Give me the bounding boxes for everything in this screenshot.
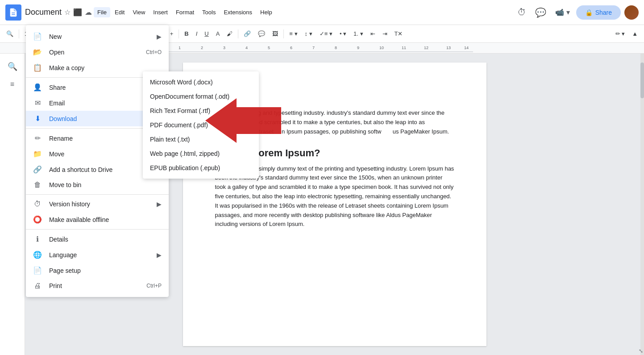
print-icon: 🖨 bbox=[33, 282, 42, 290]
share-button[interactable]: 🔒 Share bbox=[576, 5, 621, 20]
divider-4 bbox=[26, 229, 169, 230]
svg-text:8: 8 bbox=[335, 46, 337, 50]
shortcut-icon: 🔗 bbox=[33, 165, 42, 174]
top-bar: Document ☆ ⬛ ☁ File Edit View Insert For… bbox=[0, 0, 644, 25]
nav-file[interactable]: File bbox=[94, 7, 110, 17]
lock-icon: 🔒 bbox=[585, 9, 593, 16]
rename-icon: ✏ bbox=[33, 134, 42, 142]
bin-icon: 🗑 bbox=[33, 181, 42, 189]
pen-mode-button[interactable]: ✏ ▾ bbox=[613, 29, 628, 39]
comment-button[interactable]: 💬 bbox=[255, 29, 268, 39]
menu-item-offline[interactable]: ⭕ Make available offline bbox=[26, 212, 169, 227]
resize-handle[interactable]: ⤡ bbox=[638, 347, 644, 355]
new-icon: 📄 bbox=[33, 32, 42, 41]
collapse-toolbar-button[interactable]: ▲ bbox=[629, 29, 640, 39]
svg-text:14: 14 bbox=[464, 46, 469, 50]
submenu-item-txt[interactable]: Plain text (.txt) bbox=[143, 132, 259, 146]
numbered-list-button[interactable]: 1. ▾ bbox=[351, 29, 366, 39]
bold-button[interactable]: B bbox=[182, 29, 191, 39]
sidebar-outline-icon[interactable]: ≡ bbox=[8, 78, 17, 91]
offline-icon: ⭕ bbox=[33, 215, 42, 224]
italic-button[interactable]: I bbox=[193, 29, 200, 39]
sep5 bbox=[179, 29, 179, 38]
nav-extensions[interactable]: Extensions bbox=[220, 7, 256, 17]
submenu-item-odt[interactable]: OpenDocument format (.odt) bbox=[143, 89, 259, 104]
sidebar-search-icon[interactable]: 🔍 bbox=[5, 59, 20, 74]
spell-check-icon[interactable]: 🔍 bbox=[4, 29, 16, 39]
doc-title[interactable]: Document bbox=[25, 8, 62, 17]
svg-text:5: 5 bbox=[268, 46, 270, 50]
submenu-item-rtf[interactable]: Rich Text Format (.rtf) bbox=[143, 104, 259, 118]
sep1 bbox=[19, 29, 19, 38]
svg-text:13: 13 bbox=[446, 46, 451, 50]
align-button[interactable]: ≡ ▾ bbox=[287, 29, 300, 39]
svg-text:7: 7 bbox=[312, 46, 315, 50]
share-icon: 👤 bbox=[33, 83, 42, 92]
nav-view[interactable]: View bbox=[129, 7, 149, 17]
nav-help[interactable]: Help bbox=[257, 7, 276, 17]
checklist-button[interactable]: ✓≡ ▾ bbox=[317, 29, 335, 39]
image-button[interactable]: 🖼 bbox=[270, 29, 281, 39]
download-submenu: Microsoft Word (.docx) OpenDocument form… bbox=[143, 71, 259, 179]
left-sidebar: 🔍 ≡ bbox=[0, 54, 25, 355]
svg-text:3: 3 bbox=[223, 46, 225, 50]
svg-text:12: 12 bbox=[424, 46, 428, 50]
doc-icon bbox=[5, 4, 21, 21]
nav-format[interactable]: Format bbox=[172, 7, 198, 17]
cloud-icon[interactable]: ☁ bbox=[85, 8, 92, 17]
details-icon: ℹ bbox=[33, 235, 42, 243]
menu-item-new[interactable]: 📄 New ▶ bbox=[26, 29, 169, 44]
menu-item-details[interactable]: ℹ Details bbox=[26, 231, 169, 247]
underline-button[interactable]: U bbox=[202, 29, 211, 39]
submenu-item-pdf[interactable]: PDF document (.pdf) bbox=[143, 118, 259, 132]
submenu-item-html[interactable]: Web page (.html, zipped) bbox=[143, 146, 259, 161]
ruler-svg: └ 1 2 3 4 5 6 7 8 9 10 11 12 13 14 bbox=[161, 44, 473, 53]
doc-title-area: Document ☆ ⬛ ☁ bbox=[25, 8, 92, 17]
nav-menu: File Edit View Insert Format Tools Exten… bbox=[94, 7, 276, 17]
arrow-icon-version: ▶ bbox=[157, 200, 162, 208]
svg-text:1: 1 bbox=[179, 46, 181, 50]
page-setup-icon: 📄 bbox=[33, 266, 42, 275]
move-icon: 📁 bbox=[33, 150, 42, 158]
divider-3 bbox=[26, 194, 169, 195]
svg-text:10: 10 bbox=[379, 46, 384, 50]
line-spacing-button[interactable]: ↕ ▾ bbox=[302, 29, 315, 39]
indent-increase-button[interactable]: ⇥ bbox=[380, 29, 390, 39]
top-bar-right: ⏱ 💬 📹 ▾ 🔒 Share bbox=[515, 4, 639, 21]
menu-item-language[interactable]: 🌐 Language ▶ bbox=[26, 247, 169, 263]
history-icon[interactable]: ⏱ bbox=[515, 4, 529, 20]
font-color-button[interactable]: A bbox=[213, 29, 223, 39]
svg-text:4: 4 bbox=[245, 46, 248, 50]
copy-icon: 📋 bbox=[33, 63, 42, 72]
nav-tools[interactable]: Tools bbox=[199, 7, 219, 17]
download-icon: ⬇ bbox=[33, 114, 42, 123]
bullet-list-button[interactable]: • ▾ bbox=[337, 29, 349, 39]
sep6 bbox=[238, 29, 238, 38]
indent-decrease-button[interactable]: ⇤ bbox=[368, 29, 378, 39]
link-button[interactable]: 🔗 bbox=[241, 29, 253, 39]
clear-formatting-button[interactable]: T✕ bbox=[392, 29, 406, 39]
meet-icon[interactable]: 📹 ▾ bbox=[553, 5, 572, 19]
comment-icon[interactable]: 💬 bbox=[532, 4, 549, 21]
open-icon: 📂 bbox=[33, 48, 42, 56]
nav-insert[interactable]: Insert bbox=[150, 7, 171, 17]
user-avatar[interactable] bbox=[624, 5, 639, 20]
menu-item-page-setup[interactable]: 📄 Page setup bbox=[26, 263, 169, 278]
menu-item-move-to-bin[interactable]: 🗑 Move to bin bbox=[26, 177, 169, 192]
scrollbar-thumb[interactable] bbox=[640, 63, 644, 98]
svg-text:9: 9 bbox=[357, 46, 359, 50]
folder-icon[interactable]: ⬛ bbox=[73, 8, 82, 17]
submenu-item-docx[interactable]: Microsoft Word (.docx) bbox=[143, 75, 259, 89]
submenu-item-epub[interactable]: EPUB publication (.epub) bbox=[143, 161, 259, 175]
arrow-icon-language: ▶ bbox=[157, 251, 162, 259]
scrollbar[interactable] bbox=[640, 54, 644, 355]
highlight-button[interactable]: 🖌 bbox=[224, 29, 235, 39]
star-icon[interactable]: ☆ bbox=[64, 8, 71, 17]
menu-item-open[interactable]: 📂 Open Ctrl+O bbox=[26, 44, 169, 60]
nav-edit[interactable]: Edit bbox=[111, 7, 128, 17]
sep7 bbox=[283, 29, 284, 38]
svg-text:11: 11 bbox=[402, 46, 406, 50]
svg-text:6: 6 bbox=[290, 46, 292, 50]
menu-item-print[interactable]: 🖨 Print Ctrl+P bbox=[26, 278, 169, 293]
menu-item-version-history[interactable]: ⏱ Version history ▶ bbox=[26, 196, 169, 212]
